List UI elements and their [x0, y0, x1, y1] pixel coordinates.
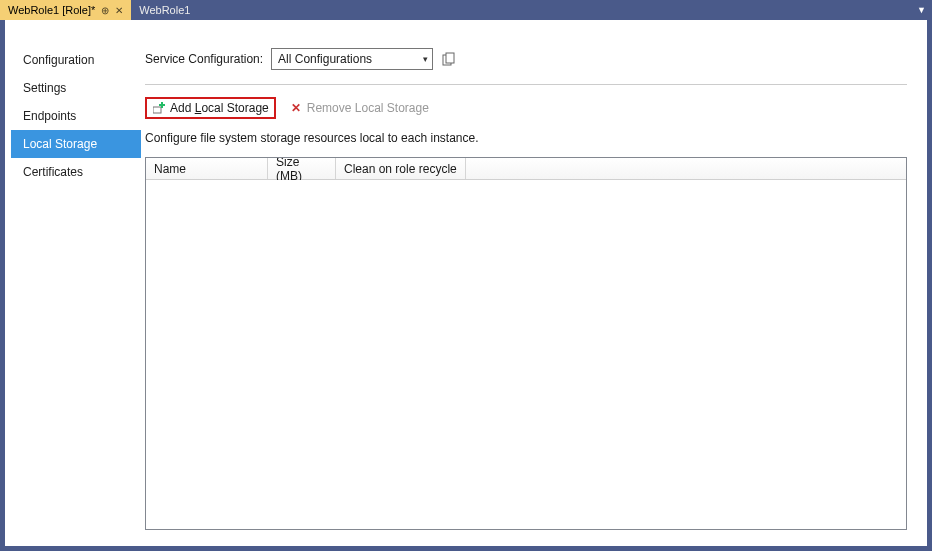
tab-webrole-inactive[interactable]: WebRole1 [131, 0, 198, 20]
remove-button-label: Remove Local Storage [307, 101, 429, 115]
tab-strip: WebRole1 [Role]* ⊕ ✕ WebRole1 ▼ [0, 0, 932, 20]
sidebar-item-configuration[interactable]: Configuration [11, 46, 141, 74]
remove-local-storage-button: ✕ Remove Local Storage [282, 97, 436, 119]
main-panel: Service Configuration: All Configuration… [141, 28, 921, 540]
tab-overflow-chevron-icon[interactable]: ▼ [917, 0, 926, 20]
description-text: Configure file system storage resources … [145, 127, 907, 157]
service-configuration-label: Service Configuration: [145, 52, 263, 66]
editor-frame: Configuration Settings Endpoints Local S… [0, 20, 932, 551]
close-icon[interactable]: ✕ [115, 5, 123, 16]
chevron-down-icon: ▾ [423, 54, 428, 64]
service-configuration-row: Service Configuration: All Configuration… [145, 48, 907, 85]
add-local-storage-button[interactable]: Add Local Storage [145, 97, 276, 119]
delete-icon: ✕ [289, 101, 303, 115]
tab-label: WebRole1 [139, 4, 190, 16]
pin-icon[interactable]: ⊕ [101, 5, 109, 16]
svg-rect-2 [153, 107, 161, 113]
grid-header: Name Size (MB) Clean on role recycle [146, 158, 906, 180]
service-configuration-value: All Configurations [278, 52, 372, 66]
sidebar-nav: Configuration Settings Endpoints Local S… [11, 28, 141, 540]
sidebar-item-settings[interactable]: Settings [11, 74, 141, 102]
sidebar-item-endpoints[interactable]: Endpoints [11, 102, 141, 130]
grid-body[interactable] [146, 180, 906, 529]
column-header-size[interactable]: Size (MB) [268, 158, 336, 179]
toolbar: Add Local Storage ✕ Remove Local Storage [145, 85, 907, 127]
sidebar-item-certificates[interactable]: Certificates [11, 158, 141, 186]
add-icon [152, 101, 166, 115]
svg-rect-1 [446, 53, 454, 63]
tab-webrole-role-active[interactable]: WebRole1 [Role]* ⊕ ✕ [0, 0, 131, 20]
manage-configurations-icon[interactable] [441, 51, 457, 67]
add-button-label: Add Local Storage [170, 101, 269, 115]
tab-label: WebRole1 [Role]* [8, 4, 95, 16]
column-header-clean[interactable]: Clean on role recycle [336, 158, 466, 179]
sidebar-item-local-storage[interactable]: Local Storage [11, 130, 141, 158]
local-storage-grid[interactable]: Name Size (MB) Clean on role recycle [145, 157, 907, 530]
column-header-spacer [466, 158, 906, 179]
service-configuration-select[interactable]: All Configurations ▾ [271, 48, 433, 70]
column-header-name[interactable]: Name [146, 158, 268, 179]
